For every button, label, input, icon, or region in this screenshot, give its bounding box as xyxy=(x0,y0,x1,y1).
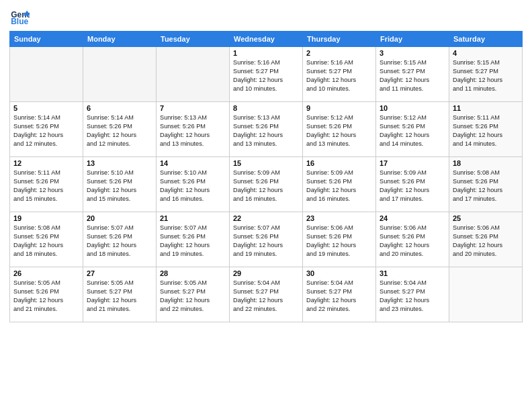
day-number: 5 xyxy=(13,104,79,112)
day-info: Sunrise: 5:06 AM Sunset: 5:26 PM Dayligh… xyxy=(380,224,445,259)
day-number: 31 xyxy=(380,269,445,277)
week-row-3: 19Sunrise: 5:08 AM Sunset: 5:26 PM Dayli… xyxy=(10,212,523,267)
day-number: 22 xyxy=(233,214,299,222)
day-info: Sunrise: 5:04 AM Sunset: 5:27 PM Dayligh… xyxy=(380,279,445,314)
calendar-cell xyxy=(449,267,523,322)
weekday-header-saturday: Saturday xyxy=(449,32,523,47)
calendar-cell: 28Sunrise: 5:05 AM Sunset: 5:27 PM Dayli… xyxy=(157,267,230,322)
week-row-0: 1Sunrise: 5:16 AM Sunset: 5:27 PM Daylig… xyxy=(10,47,523,102)
day-number: 3 xyxy=(380,49,445,57)
day-number: 24 xyxy=(380,214,445,222)
header: General Blue xyxy=(9,7,523,26)
calendar-cell: 30Sunrise: 5:04 AM Sunset: 5:27 PM Dayli… xyxy=(303,267,376,322)
calendar-cell: 7Sunrise: 5:13 AM Sunset: 5:26 PM Daylig… xyxy=(157,102,230,157)
day-number: 17 xyxy=(380,159,445,167)
day-info: Sunrise: 5:05 AM Sunset: 5:27 PM Dayligh… xyxy=(87,279,152,314)
calendar-cell: 8Sunrise: 5:13 AM Sunset: 5:26 PM Daylig… xyxy=(230,102,303,157)
day-number: 13 xyxy=(87,159,152,167)
day-number: 19 xyxy=(13,214,79,222)
day-info: Sunrise: 5:04 AM Sunset: 5:27 PM Dayligh… xyxy=(233,279,299,314)
day-info: Sunrise: 5:16 AM Sunset: 5:27 PM Dayligh… xyxy=(233,58,299,93)
weekday-header-thursday: Thursday xyxy=(303,32,376,47)
day-info: Sunrise: 5:07 AM Sunset: 5:26 PM Dayligh… xyxy=(87,224,152,259)
day-number: 1 xyxy=(233,49,299,57)
day-number: 7 xyxy=(160,104,226,112)
day-number: 20 xyxy=(87,214,152,222)
day-info: Sunrise: 5:15 AM Sunset: 5:27 PM Dayligh… xyxy=(380,58,445,93)
day-number: 30 xyxy=(306,269,372,277)
calendar-cell: 23Sunrise: 5:06 AM Sunset: 5:26 PM Dayli… xyxy=(303,212,376,267)
calendar-cell xyxy=(157,47,230,102)
calendar-cell: 14Sunrise: 5:10 AM Sunset: 5:26 PM Dayli… xyxy=(157,157,230,212)
calendar-cell: 2Sunrise: 5:16 AM Sunset: 5:27 PM Daylig… xyxy=(303,47,376,102)
day-info: Sunrise: 5:10 AM Sunset: 5:26 PM Dayligh… xyxy=(87,169,152,203)
day-info: Sunrise: 5:06 AM Sunset: 5:26 PM Dayligh… xyxy=(306,224,372,259)
day-number: 6 xyxy=(87,104,152,112)
weekday-header-wednesday: Wednesday xyxy=(230,32,303,47)
day-info: Sunrise: 5:09 AM Sunset: 5:26 PM Dayligh… xyxy=(306,169,372,203)
day-info: Sunrise: 5:15 AM Sunset: 5:27 PM Dayligh… xyxy=(453,58,519,93)
calendar-cell: 29Sunrise: 5:04 AM Sunset: 5:27 PM Dayli… xyxy=(230,267,303,322)
calendar-cell: 27Sunrise: 5:05 AM Sunset: 5:27 PM Dayli… xyxy=(83,267,157,322)
day-info: Sunrise: 5:08 AM Sunset: 5:26 PM Dayligh… xyxy=(453,169,519,203)
week-row-1: 5Sunrise: 5:14 AM Sunset: 5:26 PM Daylig… xyxy=(10,102,523,157)
day-info: Sunrise: 5:14 AM Sunset: 5:26 PM Dayligh… xyxy=(13,113,79,148)
day-number: 4 xyxy=(453,49,519,57)
calendar-cell: 3Sunrise: 5:15 AM Sunset: 5:27 PM Daylig… xyxy=(376,47,449,102)
day-info: Sunrise: 5:13 AM Sunset: 5:26 PM Dayligh… xyxy=(160,113,226,148)
day-info: Sunrise: 5:10 AM Sunset: 5:26 PM Dayligh… xyxy=(160,169,226,203)
calendar-cell: 31Sunrise: 5:04 AM Sunset: 5:27 PM Dayli… xyxy=(376,267,449,322)
week-row-4: 26Sunrise: 5:05 AM Sunset: 5:26 PM Dayli… xyxy=(10,267,523,322)
day-info: Sunrise: 5:07 AM Sunset: 5:26 PM Dayligh… xyxy=(233,224,299,259)
day-info: Sunrise: 5:05 AM Sunset: 5:27 PM Dayligh… xyxy=(160,279,226,314)
day-info: Sunrise: 5:09 AM Sunset: 5:26 PM Dayligh… xyxy=(233,169,299,203)
day-number: 27 xyxy=(87,269,152,277)
day-number: 23 xyxy=(306,214,372,222)
page: General Blue SundayMondayTuesdayWednesda… xyxy=(0,0,532,411)
day-number: 9 xyxy=(306,104,372,112)
calendar-cell: 25Sunrise: 5:06 AM Sunset: 5:26 PM Dayli… xyxy=(449,212,523,267)
day-number: 12 xyxy=(13,159,79,167)
day-info: Sunrise: 5:04 AM Sunset: 5:27 PM Dayligh… xyxy=(306,279,372,314)
calendar-cell: 16Sunrise: 5:09 AM Sunset: 5:26 PM Dayli… xyxy=(303,157,376,212)
calendar-cell xyxy=(83,47,157,102)
day-number: 25 xyxy=(453,214,519,222)
calendar-cell: 5Sunrise: 5:14 AM Sunset: 5:26 PM Daylig… xyxy=(10,102,83,157)
day-info: Sunrise: 5:08 AM Sunset: 5:26 PM Dayligh… xyxy=(13,224,79,259)
day-info: Sunrise: 5:09 AM Sunset: 5:26 PM Dayligh… xyxy=(380,169,445,203)
day-number: 18 xyxy=(453,159,519,167)
day-info: Sunrise: 5:11 AM Sunset: 5:26 PM Dayligh… xyxy=(13,169,79,203)
day-number: 15 xyxy=(233,159,299,167)
logo-icon: General Blue xyxy=(11,9,30,26)
day-number: 21 xyxy=(160,214,226,222)
day-info: Sunrise: 5:06 AM Sunset: 5:26 PM Dayligh… xyxy=(453,224,519,259)
calendar-cell: 1Sunrise: 5:16 AM Sunset: 5:27 PM Daylig… xyxy=(230,47,303,102)
calendar-cell: 4Sunrise: 5:15 AM Sunset: 5:27 PM Daylig… xyxy=(449,47,523,102)
day-info: Sunrise: 5:12 AM Sunset: 5:26 PM Dayligh… xyxy=(306,113,372,148)
logo: General Blue xyxy=(9,9,32,26)
day-number: 16 xyxy=(306,159,372,167)
calendar-cell: 21Sunrise: 5:07 AM Sunset: 5:26 PM Dayli… xyxy=(157,212,230,267)
calendar-cell: 17Sunrise: 5:09 AM Sunset: 5:26 PM Dayli… xyxy=(376,157,449,212)
calendar-cell: 20Sunrise: 5:07 AM Sunset: 5:26 PM Dayli… xyxy=(83,212,157,267)
weekday-header-sunday: Sunday xyxy=(10,32,83,47)
weekday-header-tuesday: Tuesday xyxy=(157,32,230,47)
day-info: Sunrise: 5:11 AM Sunset: 5:26 PM Dayligh… xyxy=(453,113,519,148)
calendar-cell: 26Sunrise: 5:05 AM Sunset: 5:26 PM Dayli… xyxy=(10,267,83,322)
calendar-cell xyxy=(10,47,83,102)
day-number: 10 xyxy=(380,104,445,112)
calendar-cell: 22Sunrise: 5:07 AM Sunset: 5:26 PM Dayli… xyxy=(230,212,303,267)
day-number: 28 xyxy=(160,269,226,277)
week-row-2: 12Sunrise: 5:11 AM Sunset: 5:26 PM Dayli… xyxy=(10,157,523,212)
day-info: Sunrise: 5:16 AM Sunset: 5:27 PM Dayligh… xyxy=(306,58,372,93)
calendar-cell: 18Sunrise: 5:08 AM Sunset: 5:26 PM Dayli… xyxy=(449,157,523,212)
calendar-cell: 9Sunrise: 5:12 AM Sunset: 5:26 PM Daylig… xyxy=(303,102,376,157)
calendar-cell: 6Sunrise: 5:14 AM Sunset: 5:26 PM Daylig… xyxy=(83,102,157,157)
day-info: Sunrise: 5:12 AM Sunset: 5:26 PM Dayligh… xyxy=(380,113,445,148)
day-number: 29 xyxy=(233,269,299,277)
calendar-cell: 15Sunrise: 5:09 AM Sunset: 5:26 PM Dayli… xyxy=(230,157,303,212)
day-info: Sunrise: 5:14 AM Sunset: 5:26 PM Dayligh… xyxy=(87,113,152,148)
day-number: 14 xyxy=(160,159,226,167)
calendar-cell: 10Sunrise: 5:12 AM Sunset: 5:26 PM Dayli… xyxy=(376,102,449,157)
calendar-cell: 19Sunrise: 5:08 AM Sunset: 5:26 PM Dayli… xyxy=(10,212,83,267)
